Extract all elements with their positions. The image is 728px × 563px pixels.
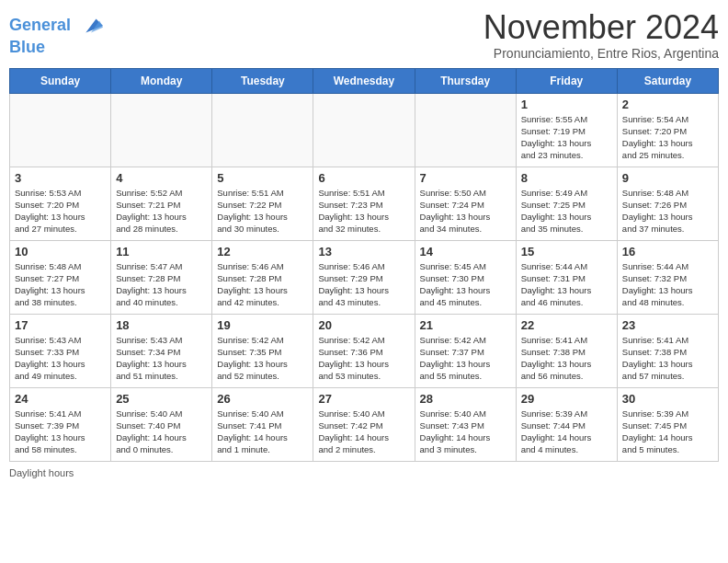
day-number: 3 <box>15 171 106 185</box>
day-info: Sunrise: 5:40 AMSunset: 7:43 PMDaylight:… <box>420 408 511 456</box>
week-row-1: 1Sunrise: 5:55 AMSunset: 7:19 PMDaylight… <box>10 93 719 167</box>
day-info: Sunrise: 5:43 AMSunset: 7:34 PMDaylight:… <box>116 334 207 383</box>
calendar-cell: 15Sunrise: 5:44 AMSunset: 7:31 PMDayligh… <box>516 240 617 314</box>
calendar-cell: 17Sunrise: 5:43 AMSunset: 7:33 PMDayligh… <box>10 314 111 387</box>
calendar-cell: 13Sunrise: 5:46 AMSunset: 7:29 PMDayligh… <box>313 240 415 314</box>
day-number: 4 <box>116 171 207 185</box>
day-info: Sunrise: 5:40 AMSunset: 7:41 PMDaylight:… <box>217 408 308 456</box>
day-number: 21 <box>420 318 511 332</box>
calendar-cell <box>313 93 415 167</box>
day-number: 29 <box>521 392 612 406</box>
day-info: Sunrise: 5:41 AMSunset: 7:39 PMDaylight:… <box>15 408 106 456</box>
header-row: SundayMondayTuesdayWednesdayThursdayFrid… <box>10 68 719 93</box>
calendar-cell: 7Sunrise: 5:50 AMSunset: 7:24 PMDaylight… <box>415 167 516 240</box>
month-title: November 2024 <box>483 9 719 46</box>
calendar-cell <box>212 93 313 167</box>
calendar-cell: 3Sunrise: 5:53 AMSunset: 7:20 PMDaylight… <box>10 167 111 240</box>
logo-text: General <box>9 13 103 39</box>
logo: General Blue <box>9 13 103 57</box>
week-row-4: 17Sunrise: 5:43 AMSunset: 7:33 PMDayligh… <box>10 314 719 387</box>
week-row-2: 3Sunrise: 5:53 AMSunset: 7:20 PMDaylight… <box>10 167 719 240</box>
calendar-cell <box>111 93 212 167</box>
calendar-cell: 25Sunrise: 5:40 AMSunset: 7:40 PMDayligh… <box>111 387 212 461</box>
day-number: 8 <box>521 171 612 185</box>
day-header-friday: Friday <box>516 68 617 93</box>
calendar-cell: 10Sunrise: 5:48 AMSunset: 7:27 PMDayligh… <box>10 240 111 314</box>
day-info: Sunrise: 5:42 AMSunset: 7:35 PMDaylight:… <box>217 334 308 383</box>
calendar-cell: 5Sunrise: 5:51 AMSunset: 7:22 PMDaylight… <box>212 167 313 240</box>
calendar-cell: 6Sunrise: 5:51 AMSunset: 7:23 PMDaylight… <box>313 167 415 240</box>
calendar-cell <box>10 93 111 167</box>
logo-text2: Blue <box>9 39 103 57</box>
week-row-5: 24Sunrise: 5:41 AMSunset: 7:39 PMDayligh… <box>10 387 719 461</box>
week-row-3: 10Sunrise: 5:48 AMSunset: 7:27 PMDayligh… <box>10 240 719 314</box>
day-number: 14 <box>420 245 511 259</box>
day-number: 15 <box>521 245 612 259</box>
day-number: 24 <box>15 392 106 406</box>
day-number: 5 <box>217 171 308 185</box>
day-number: 7 <box>420 171 511 185</box>
day-info: Sunrise: 5:50 AMSunset: 7:24 PMDaylight:… <box>420 187 511 236</box>
day-number: 10 <box>15 245 106 259</box>
day-number: 23 <box>622 318 713 332</box>
calendar-cell: 18Sunrise: 5:43 AMSunset: 7:34 PMDayligh… <box>111 314 212 387</box>
calendar-cell: 27Sunrise: 5:40 AMSunset: 7:42 PMDayligh… <box>313 387 415 461</box>
day-info: Sunrise: 5:39 AMSunset: 7:44 PMDaylight:… <box>521 408 612 456</box>
day-info: Sunrise: 5:46 AMSunset: 7:28 PMDaylight:… <box>217 260 308 309</box>
day-info: Sunrise: 5:40 AMSunset: 7:40 PMDaylight:… <box>116 408 207 456</box>
calendar-cell: 19Sunrise: 5:42 AMSunset: 7:35 PMDayligh… <box>212 314 313 387</box>
day-number: 16 <box>622 245 713 259</box>
header: General Blue November 2024 Pronunciamien… <box>9 9 719 61</box>
day-info: Sunrise: 5:44 AMSunset: 7:32 PMDaylight:… <box>622 260 713 309</box>
calendar-cell: 22Sunrise: 5:41 AMSunset: 7:38 PMDayligh… <box>516 314 617 387</box>
calendar-cell: 1Sunrise: 5:55 AMSunset: 7:19 PMDaylight… <box>516 93 617 167</box>
day-info: Sunrise: 5:47 AMSunset: 7:28 PMDaylight:… <box>116 260 207 309</box>
day-info: Sunrise: 5:49 AMSunset: 7:25 PMDaylight:… <box>521 187 612 236</box>
day-number: 19 <box>217 318 308 332</box>
calendar-cell: 16Sunrise: 5:44 AMSunset: 7:32 PMDayligh… <box>617 240 718 314</box>
day-info: Sunrise: 5:51 AMSunset: 7:22 PMDaylight:… <box>217 187 308 236</box>
day-header-thursday: Thursday <box>415 68 516 93</box>
calendar-cell: 14Sunrise: 5:45 AMSunset: 7:30 PMDayligh… <box>415 240 516 314</box>
day-info: Sunrise: 5:45 AMSunset: 7:30 PMDaylight:… <box>420 260 511 309</box>
calendar-cell: 20Sunrise: 5:42 AMSunset: 7:36 PMDayligh… <box>313 314 415 387</box>
day-header-saturday: Saturday <box>617 68 718 93</box>
day-info: Sunrise: 5:52 AMSunset: 7:21 PMDaylight:… <box>116 187 207 236</box>
footer-note: Daylight hours <box>9 467 719 478</box>
day-header-wednesday: Wednesday <box>313 68 415 93</box>
day-header-tuesday: Tuesday <box>212 68 313 93</box>
day-info: Sunrise: 5:51 AMSunset: 7:23 PMDaylight:… <box>318 187 409 236</box>
day-header-monday: Monday <box>111 68 212 93</box>
day-info: Sunrise: 5:42 AMSunset: 7:36 PMDaylight:… <box>318 334 409 383</box>
day-info: Sunrise: 5:48 AMSunset: 7:26 PMDaylight:… <box>622 187 713 236</box>
day-number: 18 <box>116 318 207 332</box>
calendar-cell <box>415 93 516 167</box>
calendar-cell: 23Sunrise: 5:41 AMSunset: 7:38 PMDayligh… <box>617 314 718 387</box>
location-subtitle: Pronunciamiento, Entre Rios, Argentina <box>483 46 719 61</box>
day-number: 9 <box>622 171 713 185</box>
day-number: 11 <box>116 245 207 259</box>
calendar-cell: 24Sunrise: 5:41 AMSunset: 7:39 PMDayligh… <box>10 387 111 461</box>
day-header-sunday: Sunday <box>10 68 111 93</box>
day-info: Sunrise: 5:41 AMSunset: 7:38 PMDaylight:… <box>521 334 612 383</box>
calendar-cell: 30Sunrise: 5:39 AMSunset: 7:45 PMDayligh… <box>617 387 718 461</box>
day-info: Sunrise: 5:41 AMSunset: 7:38 PMDaylight:… <box>622 334 713 383</box>
day-info: Sunrise: 5:46 AMSunset: 7:29 PMDaylight:… <box>318 260 409 309</box>
day-info: Sunrise: 5:48 AMSunset: 7:27 PMDaylight:… <box>15 260 106 309</box>
day-number: 12 <box>217 245 308 259</box>
day-number: 22 <box>521 318 612 332</box>
calendar-table: SundayMondayTuesdayWednesdayThursdayFrid… <box>9 68 719 462</box>
day-number: 28 <box>420 392 511 406</box>
day-number: 2 <box>622 98 713 111</box>
calendar-cell: 8Sunrise: 5:49 AMSunset: 7:25 PMDaylight… <box>516 167 617 240</box>
calendar-cell: 29Sunrise: 5:39 AMSunset: 7:44 PMDayligh… <box>516 387 617 461</box>
calendar-cell: 2Sunrise: 5:54 AMSunset: 7:20 PMDaylight… <box>617 93 718 167</box>
day-info: Sunrise: 5:55 AMSunset: 7:19 PMDaylight:… <box>521 113 612 162</box>
day-number: 30 <box>622 392 713 406</box>
title-area: November 2024 Pronunciamiento, Entre Rio… <box>483 9 719 61</box>
day-number: 20 <box>318 318 409 332</box>
day-number: 1 <box>521 98 612 111</box>
day-number: 17 <box>15 318 106 332</box>
calendar-cell: 28Sunrise: 5:40 AMSunset: 7:43 PMDayligh… <box>415 387 516 461</box>
calendar-cell: 9Sunrise: 5:48 AMSunset: 7:26 PMDaylight… <box>617 167 718 240</box>
